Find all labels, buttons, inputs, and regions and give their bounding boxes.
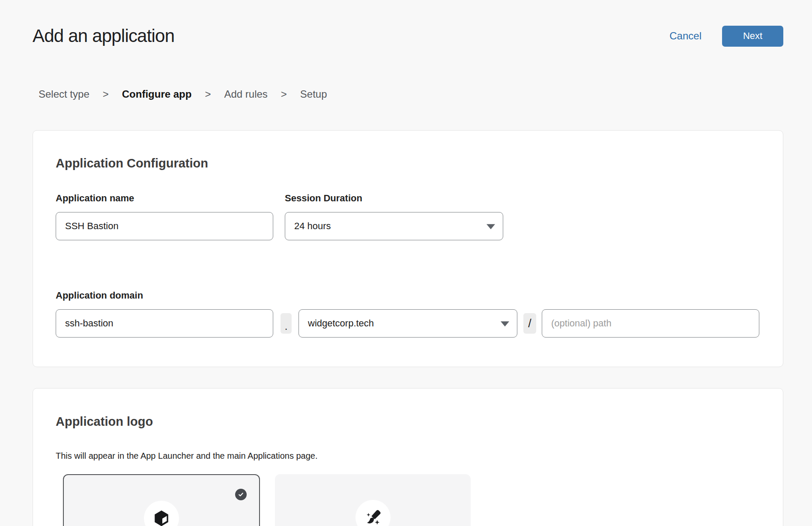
domain-value: widgetcorp.tech — [308, 318, 374, 329]
check-icon — [235, 489, 247, 500]
session-duration-select[interactable]: 24 hours — [285, 212, 503, 240]
page-title: Add an application — [33, 25, 174, 47]
step-separator: > — [205, 88, 211, 100]
chevron-down-icon — [487, 224, 495, 229]
path-input[interactable] — [542, 309, 759, 338]
session-duration-field-group: Session Duration 24 hours — [285, 193, 503, 240]
step-select-type[interactable]: Select type — [39, 88, 90, 100]
application-domain-label: Application domain — [56, 290, 760, 301]
cancel-button[interactable]: Cancel — [669, 30, 702, 42]
step-add-rules[interactable]: Add rules — [224, 88, 267, 100]
logo-card-description: This will appear in the App Launcher and… — [56, 451, 760, 461]
next-button[interactable]: Next — [722, 26, 783, 47]
session-duration-value: 24 hours — [294, 221, 331, 232]
step-configure-app[interactable]: Configure app — [122, 88, 192, 100]
subdomain-input[interactable] — [56, 309, 273, 338]
step-separator: > — [281, 88, 287, 100]
custom-logo-circle — [355, 500, 391, 526]
topbar-actions: Cancel Next — [669, 26, 783, 47]
dot-separator: . — [281, 313, 292, 334]
paintbrush-icon — [364, 508, 382, 526]
logo-option-default[interactable] — [63, 474, 260, 526]
application-domain-field-group: Application domain . widgetcorp.tech / — [56, 290, 760, 338]
logo-options — [63, 474, 760, 526]
top-bar: Add an application Cancel Next — [0, 0, 812, 47]
application-name-field-group: Application name — [56, 193, 273, 240]
step-separator: > — [103, 88, 109, 100]
application-configuration-card: Application Configuration Application na… — [33, 130, 783, 367]
wizard-steps: Select type > Configure app > Add rules … — [39, 88, 812, 100]
application-domain-row: . widgetcorp.tech / — [56, 309, 760, 338]
slash-separator: / — [523, 313, 536, 334]
config-card-heading: Application Configuration — [56, 156, 760, 171]
chevron-down-icon — [501, 321, 509, 326]
logo-card-heading: Application logo — [56, 414, 760, 429]
application-name-input[interactable] — [56, 212, 273, 240]
logo-option-custom[interactable] — [275, 474, 471, 526]
application-name-label: Application name — [56, 193, 273, 204]
name-duration-row: Application name Session Duration 24 hou… — [56, 193, 760, 240]
cube-icon — [152, 509, 170, 526]
default-logo-circle — [144, 501, 179, 526]
application-logo-card: Application logo This will appear in the… — [33, 388, 783, 526]
domain-select[interactable]: widgetcorp.tech — [299, 309, 517, 338]
session-duration-label: Session Duration — [285, 193, 503, 204]
step-setup[interactable]: Setup — [300, 88, 327, 100]
